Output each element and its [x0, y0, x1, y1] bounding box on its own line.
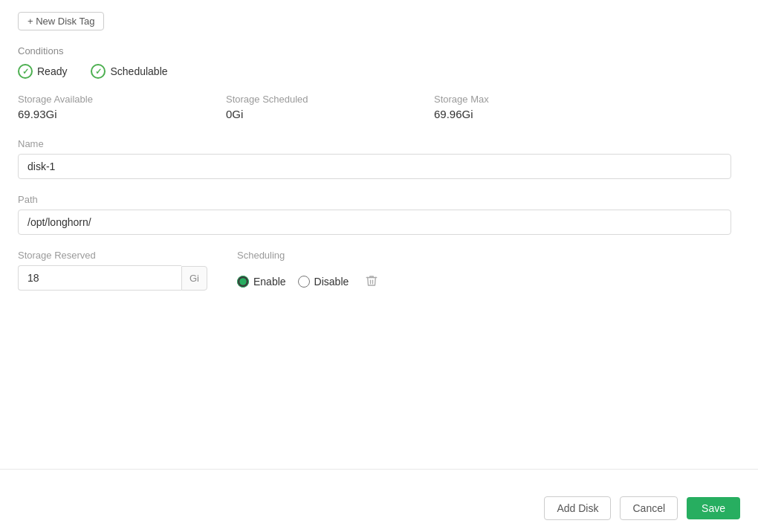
storage-scheduled-label: Storage Scheduled — [226, 94, 434, 105]
storage-scheduled-stat: Storage Scheduled 0Gi — [226, 94, 434, 120]
trash-icon — [365, 274, 378, 288]
storage-reserved-group: Storage Reserved Gi — [18, 250, 207, 291]
scheduling-enable-label: Enable — [253, 276, 286, 288]
condition-ready: Ready — [18, 64, 67, 79]
path-label: Path — [18, 194, 740, 205]
storage-reserved-input-row: Gi — [18, 265, 207, 291]
storage-max-stat: Storage Max 69.96Gi — [434, 94, 642, 120]
name-label: Name — [18, 138, 740, 149]
main-content: + New Disk Tag Conditions Ready Schedula… — [0, 0, 758, 469]
storage-available-stat: Storage Available 69.93Gi — [18, 94, 226, 120]
new-disk-tag-button[interactable]: + New Disk Tag — [18, 12, 104, 30]
scheduling-disable-radio[interactable] — [298, 276, 310, 288]
scheduling-enable-radio[interactable] — [237, 276, 249, 288]
conditions-row: Ready Schedulable — [18, 64, 740, 79]
storage-available-value: 69.93Gi — [18, 108, 226, 120]
footer: Add Disk Cancel Save — [0, 484, 758, 532]
bottom-row: Storage Reserved Gi Scheduling Enable Di… — [18, 250, 740, 292]
scheduling-group: Scheduling Enable Disable — [237, 250, 383, 292]
storage-reserved-suffix: Gi — [181, 266, 207, 291]
scheduling-label: Scheduling — [237, 250, 383, 261]
scheduling-options: Enable Disable — [237, 267, 383, 292]
name-input[interactable] — [18, 154, 731, 179]
ready-check-icon — [18, 64, 33, 79]
footer-divider — [0, 469, 758, 470]
scheduling-disable-label: Disable — [314, 276, 349, 288]
conditions-label: Conditions — [18, 45, 740, 56]
cancel-button[interactable]: Cancel — [620, 496, 678, 520]
delete-disk-button[interactable] — [360, 270, 383, 292]
storage-scheduled-value: 0Gi — [226, 108, 434, 120]
condition-schedulable: Schedulable — [91, 64, 167, 79]
scheduling-disable-option[interactable]: Disable — [298, 271, 349, 288]
name-field-group: Name — [18, 138, 740, 179]
add-disk-button[interactable]: Add Disk — [544, 496, 611, 520]
ready-label: Ready — [37, 65, 67, 77]
storage-reserved-label: Storage Reserved — [18, 250, 207, 261]
storage-reserved-input[interactable] — [18, 265, 181, 291]
path-field-group: Path — [18, 194, 740, 235]
schedulable-check-icon — [91, 64, 106, 79]
storage-available-label: Storage Available — [18, 94, 226, 105]
page-container: + New Disk Tag Conditions Ready Schedula… — [0, 0, 758, 532]
storage-max-value: 69.96Gi — [434, 108, 642, 120]
storage-stats: Storage Available 69.93Gi Storage Schedu… — [18, 94, 740, 120]
path-input[interactable] — [18, 210, 731, 235]
save-button[interactable]: Save — [687, 497, 740, 519]
storage-max-label: Storage Max — [434, 94, 642, 105]
scheduling-enable-option[interactable]: Enable — [237, 271, 286, 288]
schedulable-label: Schedulable — [110, 65, 167, 77]
